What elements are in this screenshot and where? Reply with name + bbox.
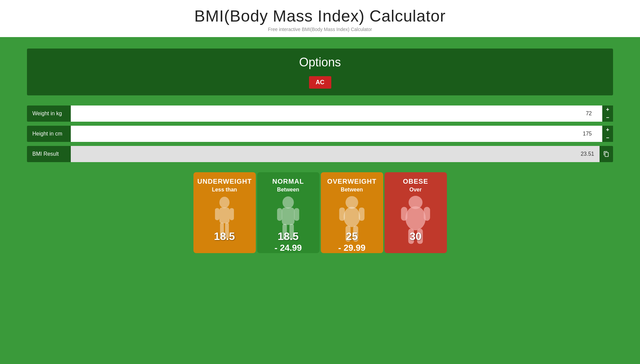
- page-header: BMI(Body Mass Index) Calculator Free int…: [0, 0, 640, 38]
- underweight-subtitle: Less than: [197, 187, 252, 193]
- bmi-card-underweight: UNDERWEIGHT Less than 18.5: [193, 172, 256, 253]
- copy-bmi-button[interactable]: [600, 146, 613, 162]
- weight-decrement-button[interactable]: −: [602, 114, 613, 122]
- svg-point-0: [219, 197, 230, 208]
- overweight-title: OVERWEIGHT: [325, 178, 379, 185]
- overweight-silhouette: 25: [325, 195, 379, 246]
- github-link[interactable]: Fork me on GitHub: [626, 0, 640, 3]
- svg-point-13: [344, 207, 360, 227]
- svg-rect-1: [219, 208, 230, 223]
- svg-rect-7: [282, 208, 295, 225]
- svg-rect-20: [401, 207, 407, 221]
- obese-subtitle: Over: [389, 187, 443, 193]
- bmi-result-label: BMI Result: [27, 146, 71, 162]
- weight-increment-button[interactable]: +: [602, 105, 613, 114]
- ac-button[interactable]: AC: [309, 76, 331, 89]
- underweight-value: 18.5: [214, 230, 235, 243]
- height-spinner: + −: [602, 126, 613, 142]
- bmi-cards-container: UNDERWEIGHT Less than 18.5 NORMAL Betwee…: [27, 172, 613, 253]
- svg-rect-14: [339, 208, 345, 221]
- options-title: Options: [34, 55, 606, 69]
- underweight-title: UNDERWEIGHT: [197, 178, 252, 185]
- normal-silhouette: 18.5: [261, 195, 315, 246]
- options-box: Options AC: [27, 49, 613, 95]
- svg-point-6: [282, 196, 294, 209]
- overweight-subtitle: Between: [325, 187, 379, 193]
- svg-rect-3: [230, 208, 234, 220]
- svg-rect-8: [277, 208, 282, 221]
- obese-value: 30: [409, 230, 422, 243]
- github-ribbon[interactable]: Fork me on GitHub: [606, 0, 640, 34]
- svg-rect-9: [294, 208, 299, 221]
- obese-title: OBESE: [389, 178, 443, 185]
- normal-value: 18.5: [278, 230, 299, 243]
- obese-silhouette: 30: [389, 195, 443, 246]
- bmi-result-input: [71, 146, 600, 162]
- normal-subtitle: Between: [261, 187, 315, 193]
- svg-rect-2: [215, 208, 219, 220]
- svg-rect-21: [424, 207, 430, 221]
- bmi-card-obese: OBESE Over 30: [385, 172, 447, 253]
- height-input-row: Height in cm + −: [27, 126, 613, 142]
- bmi-card-overweight: OVERWEIGHT Between 25 - 29.99: [321, 172, 383, 253]
- weight-input-row: Weight in kg + −: [27, 105, 613, 122]
- bmi-result-row: BMI Result: [27, 146, 613, 162]
- svg-rect-15: [359, 208, 365, 221]
- weight-label: Weight in kg: [27, 105, 71, 122]
- main-content: Options AC Weight in kg + − Height in cm…: [0, 38, 640, 263]
- overweight-value: 25: [346, 230, 358, 243]
- page-title: BMI(Body Mass Index) Calculator: [3, 7, 637, 25]
- weight-spinner: + −: [602, 105, 613, 122]
- bmi-card-normal: NORMAL Between 18.5 - 24.99: [257, 172, 319, 253]
- svg-point-19: [405, 206, 426, 230]
- height-label: Height in cm: [27, 126, 71, 142]
- normal-title: NORMAL: [261, 178, 315, 185]
- height-increment-button[interactable]: +: [602, 126, 613, 134]
- underweight-silhouette: 18.5: [197, 195, 252, 246]
- page-subtitle: Free interactive BMI(Body Mass Index) Ca…: [3, 27, 637, 32]
- weight-input[interactable]: [71, 105, 602, 122]
- height-decrement-button[interactable]: −: [602, 134, 613, 142]
- copy-icon: [603, 151, 609, 157]
- height-input[interactable]: [71, 126, 602, 142]
